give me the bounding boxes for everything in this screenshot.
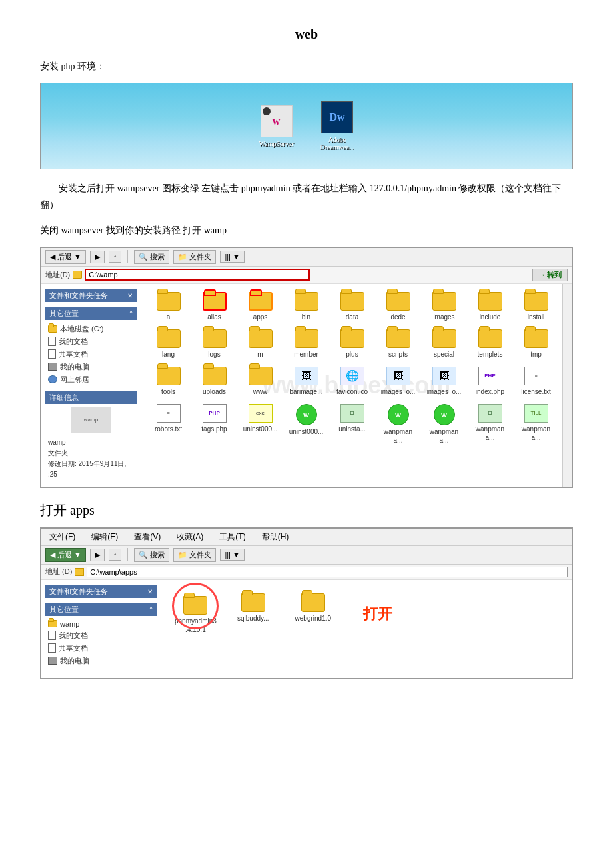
- apps-places-header[interactable]: 其它位置 ^: [45, 603, 157, 616]
- list-item[interactable]: ≡ robots.txt: [147, 401, 190, 447]
- folders-button[interactable]: 📁 文件夹: [173, 250, 216, 264]
- list-item[interactable]: w wanpmana...: [422, 401, 466, 447]
- list-item[interactable]: 🖼 barimage...: [285, 364, 328, 399]
- list-item[interactable]: w uninst000...: [285, 401, 328, 447]
- places-header[interactable]: 其它位置 ^: [45, 307, 137, 320]
- list-item[interactable]: special: [422, 327, 466, 361]
- sidebar-item-mydocs2[interactable]: 我的文档: [45, 629, 157, 642]
- phpmyadmin-folder[interactable]: phpmyadmin3.4.10.1: [175, 591, 217, 634]
- wampserver-app-icon: w WampServer: [259, 105, 294, 147]
- list-item[interactable]: ⚙ wanpmana...: [468, 401, 512, 447]
- folder-icon: [295, 329, 318, 348]
- wamp-label: wamp: [60, 620, 79, 628]
- folder-icon: [432, 329, 456, 348]
- sidebar-item-wamp[interactable]: wamp: [45, 619, 157, 629]
- list-item[interactable]: PHP tags.php: [193, 401, 236, 447]
- list-item[interactable]: lang: [147, 327, 190, 361]
- file-label: images_o...: [427, 387, 462, 396]
- sidebar-item-sharedocs2[interactable]: 共享文档: [45, 642, 157, 655]
- folders-button2[interactable]: 📁 文件夹: [173, 548, 216, 562]
- file-label: wanpmana...: [425, 427, 463, 445]
- folder-icon: [340, 329, 364, 348]
- sidebar-item-drive[interactable]: 本地磁盘 (C:): [45, 323, 137, 335]
- menu-tools[interactable]: 工具(T): [217, 530, 248, 544]
- apps-tasks-header[interactable]: 文件和文件夹任务 ✕: [45, 585, 157, 598]
- list-item[interactable]: tools: [147, 364, 190, 399]
- address-input[interactable]: [85, 269, 310, 281]
- sidebar-item-mydocs[interactable]: 我的文档: [45, 335, 137, 348]
- list-item[interactable]: www: [239, 364, 282, 399]
- list-item[interactable]: apps: [239, 289, 282, 324]
- scrollbar[interactable]: [562, 284, 572, 487]
- views-button[interactable]: ||| ▼: [220, 251, 244, 263]
- menu-file[interactable]: 文件(F): [47, 530, 78, 544]
- list-item[interactable]: scripts: [376, 327, 420, 361]
- list-item[interactable]: data: [330, 289, 374, 324]
- back-button[interactable]: ◀ 后退 ▼: [45, 548, 86, 562]
- sidebar-item-network[interactable]: 网上邻居: [45, 373, 137, 386]
- list-item[interactable]: include: [468, 289, 512, 324]
- list-item[interactable]: install: [514, 289, 558, 324]
- refresh-icon: ↑: [113, 551, 117, 559]
- list-item[interactable]: member: [285, 327, 328, 361]
- list-item[interactable]: 🖼 images_o...: [422, 364, 466, 399]
- menu-view[interactable]: 查看(V): [131, 530, 163, 544]
- search-button[interactable]: 🔍 搜索: [134, 250, 169, 264]
- list-item[interactable]: 🌐 favicon.ico: [330, 364, 374, 399]
- list-item[interactable]: w wanpmana...: [376, 401, 420, 447]
- list-item[interactable]: images: [422, 289, 466, 324]
- list-item[interactable]: plus: [330, 327, 374, 361]
- views-dropdown-icon2: ▼: [233, 551, 240, 559]
- folder-icon: [203, 329, 227, 348]
- list-item[interactable]: a: [147, 289, 190, 324]
- list-item[interactable]: PHP index.php: [468, 364, 512, 399]
- list-item[interactable]: tmp: [514, 327, 558, 361]
- list-item[interactable]: TILL wanpmana...: [514, 401, 558, 447]
- forward-button[interactable]: ▶: [90, 549, 105, 561]
- sharedocs-label: 共享文档: [59, 349, 88, 359]
- sidebar-item-mypc[interactable]: 我的电脑: [45, 361, 137, 373]
- up-arrow-icon: ↑: [113, 253, 117, 261]
- views-button2[interactable]: ||| ▼: [220, 549, 244, 561]
- apps-tasks-toggle: ✕: [147, 588, 153, 595]
- menu-favorites[interactable]: 收藏(A): [174, 530, 206, 544]
- list-item[interactable]: uploads: [193, 364, 236, 399]
- address-input2[interactable]: [87, 567, 568, 577]
- sidebar-item-sharedocs[interactable]: 共享文档: [45, 348, 137, 361]
- file-label: templets: [478, 350, 503, 359]
- list-item[interactable]: bin: [285, 289, 328, 324]
- sidebar-item-mypc2[interactable]: 我的电脑: [45, 655, 157, 667]
- apps-content: 文件和文件夹任务 ✕ 其它位置 ^ wamp 我的文档: [41, 580, 572, 678]
- menu-edit[interactable]: 编辑(E): [89, 530, 121, 544]
- list-item[interactable]: ⚙ uninsta...: [330, 401, 374, 447]
- refresh-button[interactable]: ↑: [109, 549, 122, 561]
- tasks-header-label: 文件和文件夹任务: [49, 291, 108, 301]
- file-label: uninst000...: [289, 427, 324, 436]
- file-icon: 🖼: [295, 367, 318, 385]
- back-button[interactable]: ◀ 后退 ▼: [45, 250, 86, 264]
- list-item[interactable]: exe uninst000...: [239, 401, 282, 447]
- list-item[interactable]: 🖼 images_o...: [376, 364, 420, 399]
- address-bar: 地址(D) → 转到: [41, 267, 572, 284]
- menu-help[interactable]: 帮助(H): [259, 530, 292, 544]
- list-item[interactable]: logs: [193, 327, 236, 361]
- go-button[interactable]: → 转到: [532, 269, 568, 281]
- search-button2[interactable]: 🔍 搜索: [134, 548, 169, 562]
- back-arrow-icon: ◀: [50, 551, 55, 559]
- list-item[interactable]: ≡ license.txt: [514, 364, 558, 399]
- forward-button[interactable]: ▶: [90, 251, 105, 263]
- webgrind-folder[interactable]: webgrind1.0: [290, 591, 336, 625]
- list-item[interactable]: dede: [376, 289, 420, 324]
- list-item[interactable]: alias: [193, 289, 236, 324]
- tasks-header[interactable]: 文件和文件夹任务 ✕: [45, 289, 137, 302]
- network-icon: [48, 375, 57, 383]
- list-item[interactable]: templets: [468, 327, 512, 361]
- sqlbuddy-folder[interactable]: sqlbuddy...: [230, 591, 277, 625]
- file-label: index.php: [476, 387, 504, 396]
- up-button[interactable]: ↑: [109, 251, 122, 263]
- file-icon: TILL: [524, 404, 548, 423]
- apps-places-label: 其它位置: [49, 605, 79, 615]
- search-label2: 搜索: [150, 550, 165, 560]
- open-label: 打开: [363, 604, 392, 624]
- list-item[interactable]: m: [239, 327, 282, 361]
